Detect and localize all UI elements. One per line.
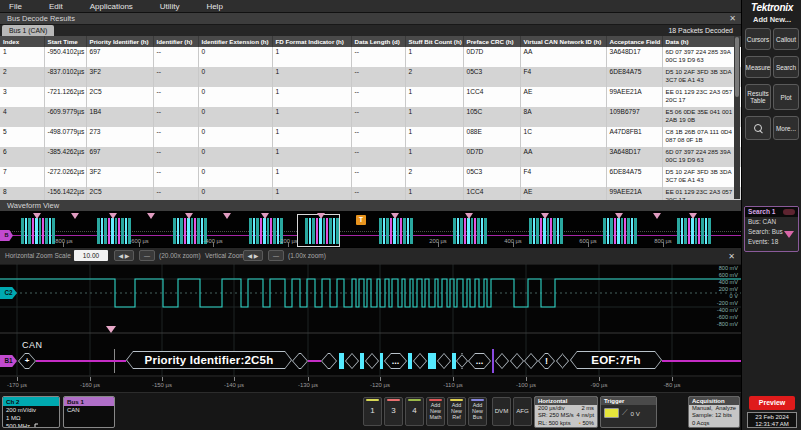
time-axis-label: -100 µs — [506, 382, 546, 388]
cell-identifier: -- — [153, 127, 198, 147]
time-axis-tick — [162, 377, 163, 381]
acquisition-title: Acquisition — [689, 397, 739, 405]
burst-bar — [118, 218, 120, 244]
callout-button[interactable]: Callout — [773, 28, 799, 50]
acq-mode: Manual, — [692, 405, 713, 412]
h-zoom-scale-input[interactable]: 10.00 us/div — [74, 250, 108, 261]
burst-bar — [540, 218, 542, 244]
bandwidth-icon — [32, 423, 39, 428]
time-axis-label: -170 µs — [0, 382, 37, 388]
cell-index: 2 — [0, 67, 44, 87]
channel4-button[interactable]: 4 — [405, 397, 424, 426]
cell-preface_crc: 0D7D — [463, 47, 520, 67]
menu-applications[interactable]: Applications — [90, 2, 133, 11]
channel2-settings-badge[interactable]: Ch 2 200 mV/div 1 MΩ 500 MHz — [2, 396, 60, 428]
waveform-overview-strip: T B -800 µs-600 µs-400 µs-200 µs200 µs40… — [0, 211, 741, 247]
results-table-button[interactable]: Results Table — [745, 84, 771, 110]
measure-button[interactable]: Measure — [745, 56, 771, 78]
cell-fd_indicator: 1 — [272, 167, 351, 187]
bus-idle-line — [114, 360, 126, 362]
ch3-color-stripe — [387, 399, 400, 401]
table-row[interactable]: 5-498.0779µs273--01--1088E1CA47D8FB1C8 1… — [0, 127, 741, 147]
cell-priority_id: 697 — [86, 47, 153, 67]
tab-bus1-can[interactable]: Bus 1 (CAN) — [2, 25, 54, 36]
burst-bar — [383, 218, 385, 244]
h-zoom-slider[interactable]: — — [139, 250, 155, 261]
cell-identifier: -- — [153, 147, 198, 167]
acquisition-panel[interactable]: Acquisition Manual,Analyze Sample: 12 bi… — [688, 396, 740, 428]
add-new-label: Add New... — [742, 15, 801, 24]
trigger-panel[interactable]: Trigger ⟋ 0 V — [600, 396, 657, 428]
burst-bar — [305, 218, 308, 244]
table-row[interactable]: 1-950.4102µs697--01--10D7DAA3A648D176D 0… — [0, 47, 741, 67]
zoom-time-axis: -170 µs-160 µs-150 µs-140 µs-130 µs-120 … — [0, 377, 741, 392]
search1-header[interactable]: Search 1 — [745, 207, 798, 217]
cell-stuff_bits: 1 — [405, 87, 463, 107]
v-zoom-arrows-button[interactable]: ◀ ▶ — [243, 250, 263, 261]
trigger-source-badge — [604, 408, 619, 418]
burst-bar — [323, 218, 325, 244]
table-row[interactable]: 3-721.1262µs2C5--01--11CC4AE99AEE21AEE 0… — [0, 87, 741, 107]
cell-fd_indicator: 1 — [272, 47, 351, 67]
channel3-button[interactable]: 3 — [384, 397, 403, 426]
burst-bar — [627, 218, 630, 244]
cell-acceptance: 109B6797 — [606, 107, 662, 127]
search1-results-panel[interactable]: Search 1 Bus: CAN Search: Bus Events: 18 — [744, 206, 799, 252]
cell-id_extension: 0 — [198, 47, 272, 67]
burst-bar — [184, 218, 186, 244]
time-axis-tick — [380, 377, 381, 381]
trigger-position-marker[interactable]: T — [356, 215, 366, 225]
add-new-ref-button[interactable]: Add New Ref — [447, 397, 466, 426]
add-new-math-button[interactable]: Add New Math — [426, 397, 445, 426]
h-zoom-scale-label: Horizontal Zoom Scale — [5, 252, 71, 259]
bus-decode-results-window: Bus Decode Results ✕ Bus 1 (CAN) 18 Pack… — [0, 13, 741, 200]
acq-count: 0 Acqs — [692, 420, 709, 427]
burst-bar — [326, 218, 328, 244]
burst-bar — [336, 218, 339, 244]
packets-decoded-status: 18 Packets Decoded — [668, 25, 733, 36]
search-toggle-pill[interactable] — [783, 209, 795, 215]
search-button[interactable]: Search — [773, 56, 799, 78]
horizontal-panel[interactable]: Horizontal 200 µs/div2 ms SR: 250 MS/s4 … — [534, 396, 598, 428]
cell-start_time: -609.9779µs — [44, 107, 86, 127]
channel1-button[interactable]: 1 — [363, 397, 382, 426]
h-scale: 200 µs/div — [538, 405, 565, 412]
burst-bar — [386, 218, 389, 244]
menu-utility[interactable]: Utility — [160, 2, 180, 11]
more-button[interactable]: More... — [773, 116, 799, 140]
table-scrollbar[interactable] — [734, 36, 740, 199]
bus-color-stripe — [471, 399, 484, 401]
h-zoom-arrows-button[interactable]: ◀ ▶ — [114, 250, 134, 261]
table-row[interactable]: 2-837.0102µs3F2--01--205C3F46DE84A75D5 1… — [0, 67, 741, 87]
plot-button[interactable]: Plot — [773, 84, 799, 110]
close-icon[interactable]: ✕ — [729, 14, 736, 24]
search-marker-triangle-icon[interactable] — [784, 231, 794, 238]
column-header: Start Time — [44, 36, 86, 47]
bus1-settings-badge[interactable]: Bus 1 CAN — [63, 396, 115, 428]
table-row[interactable]: 6-385.4262µs697--01--10D7DAA3A648D176D 0… — [0, 147, 741, 167]
search-event-marker-icon — [147, 213, 155, 219]
cell-data: C8 1B 26B 07A 111 0D4 087 08 0F 1B — [662, 127, 741, 147]
menu-edit[interactable]: Edit — [49, 2, 63, 11]
cell-identifier: -- — [153, 87, 198, 107]
time-axis-tick — [453, 377, 454, 381]
scrollbar-thumb[interactable] — [735, 37, 739, 97]
menu-help[interactable]: Help — [206, 2, 222, 11]
waveform-close-icon[interactable]: ✕ — [728, 252, 735, 262]
data-bit-bar — [360, 353, 364, 369]
cursors-button[interactable]: Cursors — [745, 28, 771, 50]
menu-file[interactable]: File — [9, 2, 22, 11]
dvm-button[interactable]: DVM — [492, 397, 511, 426]
table-row[interactable]: 4-609.9779µs1B4--01--1105C8A109B6797E5 0… — [0, 107, 741, 127]
data-bit-bar — [380, 353, 383, 369]
cell-stuff_bits: 2 — [405, 167, 463, 187]
burst-bar — [104, 218, 107, 244]
afg-button[interactable]: AFG — [513, 397, 532, 426]
v-zoom-slider[interactable]: — — [268, 250, 284, 261]
search-event-marker-icon — [185, 213, 193, 219]
datetime-display[interactable]: 23 Feb 2024 12:31:47 AM — [747, 412, 797, 428]
column-header: Preface CRC (h) — [463, 36, 520, 47]
add-new-bus-button[interactable]: Add New Bus — [468, 397, 487, 426]
table-row[interactable]: 7-272.0262µs3F2--01--205C3F46DE84A75D5 1… — [0, 167, 741, 187]
zoom-tool-button[interactable] — [745, 116, 771, 140]
